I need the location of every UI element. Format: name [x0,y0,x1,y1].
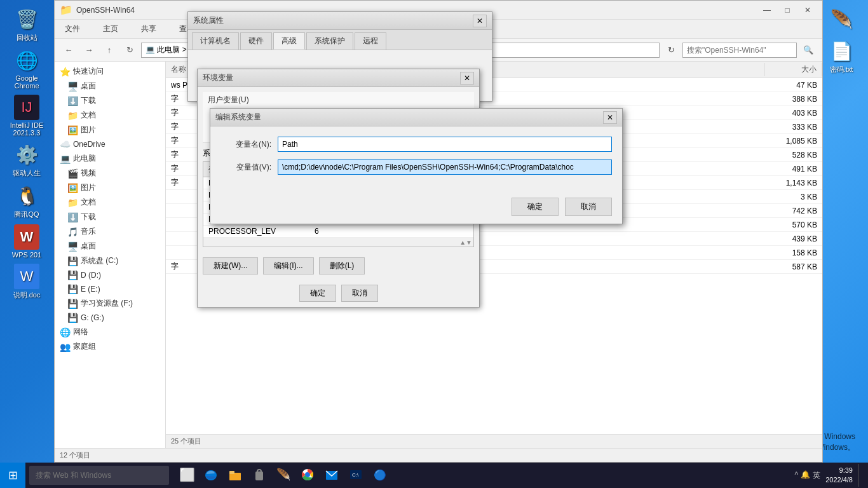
sidebar-item-docs2[interactable]: 📁 文档 [55,195,165,210]
status-count: 25 个项目 [171,437,201,446]
quickaccess-icon: ⭐ [60,67,71,77]
taskbar-right: ^ 🔔 英 9:39 2022/4/8 [795,464,868,487]
video-icon-sm: 🎬 [67,168,78,179]
varvalue-label: 变量值(V): [220,162,271,173]
docs2-icon-sm: 📁 [67,198,78,208]
icon-qq[interactable]: 🐧 腾讯QQ [6,183,47,219]
editvar-titlebar: 编辑系统变量 ✕ [210,109,622,126]
back-button[interactable]: ← [60,42,78,58]
search-input[interactable] [682,43,797,58]
close-button[interactable]: ✕ [798,4,817,17]
editvar-close-button[interactable]: ✕ [603,111,617,124]
editvar-footer: 确定 取消 [210,193,622,224]
window-controls: — □ ✕ [757,4,817,17]
refresh-addr-button[interactable]: ↻ [662,42,680,58]
delete-sysvar-button[interactable]: 删除(L) [319,257,365,274]
show-desktop-button[interactable] [858,464,862,487]
new-sysvar-button[interactable]: 新建(W)... [203,257,258,274]
sidebar-item-network[interactable]: 🌐 网络 [55,325,165,339]
icon-recycle-bin[interactable]: 🗑️ 回收站 [6,6,47,43]
sidebar-item-pics2[interactable]: 🖼️ 图片 [55,180,165,195]
sidebar-item-edrive[interactable]: 💾 E (E:) [55,282,165,296]
sidebar-item-download1[interactable]: ⬇️ 下载 [55,93,165,108]
varname-row: 变量名(N): [220,137,612,152]
refresh-button[interactable]: ↻ [121,42,139,58]
sidebar-item-desktop1[interactable]: 🖥️ 桌面 [55,79,165,93]
varname-input[interactable] [278,137,612,152]
icon-word-doc[interactable]: W 说明.doc [6,264,47,300]
sidebar-item-cdrive[interactable]: 💾 系统盘 (C:) [55,254,165,268]
envvar-cancel-button[interactable]: 取消 [341,285,378,302]
sidebar-item-gdrive[interactable]: 💾 G: (G:) [55,311,165,325]
statusbar-bottom: 12 个项目 [55,448,822,462]
ribbon-tab-file[interactable]: 文件 [60,21,85,37]
icon-password-txt[interactable]: 📄 密码.txt [821,38,862,74]
taskbar-sys-icons: ^ 🔔 英 [795,470,821,481]
icon-label: 回收站 [17,33,37,43]
feather-app-button[interactable]: 🪶 [272,463,295,487]
clock[interactable]: 9:39 2022/4/8 [825,466,853,485]
tab-advanced[interactable]: 高级 [273,32,305,50]
maximize-button[interactable]: □ [778,4,797,17]
col-size[interactable]: 大小 [765,63,822,76]
icon-feather[interactable]: 🪶 [821,6,862,33]
sidebar-item-thispc[interactable]: 💻 此电脑 [55,151,165,166]
icon-wps[interactable]: W WPS 201 [6,224,47,259]
edit-sysvar-button[interactable]: 编辑(I)... [263,257,313,274]
sidebar-item-quickaccess[interactable]: ⭐ 快速访问 [55,64,165,79]
tab-remote[interactable]: 远程 [355,32,386,50]
tab-computer-name[interactable]: 计算机名 [192,32,239,50]
envvar-footer: 确定 取消 [198,280,479,307]
varvalue-input[interactable] [278,159,612,175]
mail-app-button[interactable] [320,463,343,487]
envvar-confirm-button[interactable]: 确定 [299,285,336,302]
sidebar-item-video[interactable]: 🎬 视频 [55,166,165,180]
search-button[interactable]: 🔍 [799,42,817,58]
icon-intellij[interactable]: IJ IntelliJ IDE2021.3.3 [6,95,47,137]
sysprop-titlebar: 系统属性 ✕ [188,12,492,30]
taskbar-search-input[interactable] [29,466,169,485]
ribbon-tab-share[interactable]: 共享 [136,21,161,37]
cdrive-icon: 💾 [67,256,78,266]
sidebar-item-music[interactable]: 🎵 音乐 [55,224,165,239]
sidebar-item-pics1[interactable]: 🖼️ 图片 [55,123,165,137]
address-text: 💻 此电脑 > [146,44,187,55]
tab-system-protection[interactable]: 系统保护 [306,32,353,50]
sidebar-item-desktop2[interactable]: 🖥️ 桌面 [55,239,165,254]
tab-hardware[interactable]: 硬件 [240,32,272,50]
start-button[interactable]: ⊞ [0,463,25,488]
sidebar-item-onedrive[interactable]: ☁️ OneDrive [55,137,165,151]
sidebar-item-docs1[interactable]: 📁 文档 [55,108,165,123]
terminal-button[interactable]: C:\ [344,463,367,487]
envvar-close-button[interactable]: ✕ [460,72,474,85]
icon-drive-life[interactable]: ⚙️ 驱动人生 [6,142,47,178]
up-button[interactable]: ↑ [100,42,118,58]
sidebar-item-homegroup[interactable]: 👥 家庭组 [55,339,165,354]
minimize-button[interactable]: — [757,4,776,17]
sidebar-item-ddrive[interactable]: 💾 D (D:) [55,268,165,282]
editvar-cancel-button[interactable]: 取消 [565,198,612,216]
chrome-app-button[interactable] [296,463,319,487]
varname-label: 变量名(N): [220,139,271,150]
file-explorer-button[interactable] [224,463,247,487]
desktop: 🗑️ 回收站 🌐 Google Chrome IJ IntelliJ IDE20… [0,0,868,488]
edge-button[interactable] [200,463,222,487]
pics-icon-sm: 🖼️ [67,125,78,135]
sysprop-close-button[interactable]: ✕ [473,15,487,27]
gdrive-icon: 💾 [67,313,78,323]
envvar-row-proc-lev[interactable]: PROCESSOR_LEV 6 [203,226,473,238]
editvar-title: 编辑系统变量 [215,112,603,123]
desktop-icons-right: 🪶 📄 密码.txt [821,6,862,74]
editvar-confirm-button[interactable]: 确定 [512,198,559,216]
scrollbar-indicator[interactable]: ▲▼ [459,239,472,246]
sidebar-item-fdrive[interactable]: 💾 学习资源盘 (F:) [55,296,165,311]
app-button-8[interactable]: 🔵 [369,463,391,487]
ribbon-tab-home[interactable]: 主页 [98,21,123,37]
security-button[interactable] [248,463,271,487]
icon-chrome[interactable]: 🌐 Google Chrome [6,48,47,90]
taskview-button[interactable]: ⬜ [175,463,198,487]
svg-text:C:\: C:\ [352,472,359,478]
forward-button[interactable]: → [80,42,98,58]
dialog-edit-variable[interactable]: 编辑系统变量 ✕ 变量名(N): 变量值(V): 确定 取消 [210,108,623,224]
sidebar-item-download2[interactable]: ⬇️ 下载 [55,210,165,224]
